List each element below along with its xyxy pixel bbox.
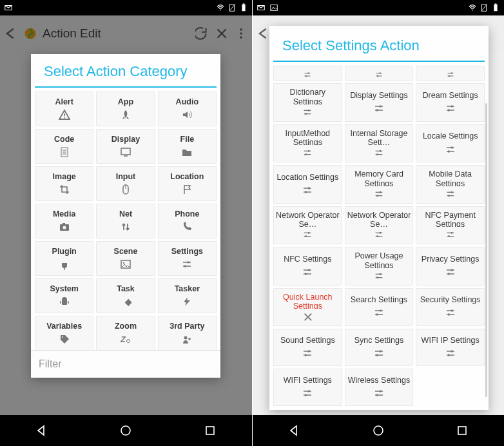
category-item[interactable]: App [96,92,155,126]
category-item[interactable]: Task [96,278,155,313]
action-item[interactable]: Privacy Settings [416,247,485,285]
action-item[interactable] [345,66,414,81]
sliders-icon [445,189,456,199]
action-item[interactable]: WIFI IP Settings [416,329,485,366]
item-label: Sync Settings [354,336,403,345]
crop-icon [59,184,70,195]
action-item[interactable]: Sound Settings [273,329,342,366]
action-item[interactable]: Power Usage Settings [345,247,414,285]
item-label: Wireless Settings [348,376,411,385]
action-item[interactable]: Internal Storage Sett… [345,124,414,162]
action-item[interactable]: Memory Card Settings [345,165,414,203]
no-sim-icon [480,3,489,12]
action-item[interactable]: Display Settings [345,83,414,121]
mail-icon [257,3,266,12]
item-label: Media [53,209,75,218]
item-label: Mobile Data Settings [418,170,483,186]
category-item[interactable]: Display [96,129,155,164]
action-item[interactable] [273,66,342,81]
category-item[interactable]: Plugin [35,241,93,276]
item-label: Location Settings [276,173,338,182]
item-label: WIFI Settings [284,376,332,385]
sliders-icon [302,387,313,399]
category-item[interactable]: Image [35,166,93,201]
nav-recents-icon[interactable] [203,423,217,438]
item-label: Display Settings [350,91,408,100]
category-item[interactable]: Zoom [96,316,155,350]
item-label: InputMethod Settings [275,129,340,145]
dialog-title: Select Settings Action [273,26,485,62]
doc-icon [59,146,70,158]
category-item[interactable]: Input [96,166,155,201]
bolt-icon [181,296,193,307]
nav-back-icon[interactable] [35,423,49,438]
action-item[interactable]: Security Settings [416,288,485,326]
zoom-icon [120,333,131,345]
sliders-icon [373,102,385,114]
wifi-icon [216,3,225,12]
category-item[interactable]: Alert [35,92,93,126]
item-label: Net [119,209,132,218]
nav-recents-icon[interactable] [455,423,469,438]
item-label: Network Operator Se… [275,211,340,227]
scrollbar[interactable] [485,103,487,397]
action-item[interactable]: Network Operator Se… [273,206,342,244]
item-label: Display [111,135,140,144]
action-item[interactable]: Sync Settings [345,329,414,366]
monitor-icon [120,146,131,158]
filter-input[interactable]: Filter [31,350,220,378]
category-item[interactable]: File [158,129,217,164]
action-item[interactable]: WIFI Settings [273,369,342,406]
nav-bar [0,415,252,446]
phone-right: A Select Settings Action Dictionary Sett… [252,0,504,446]
category-grid: AlertAppAudioCodeDisplayFileImageInputLo… [31,88,220,350]
category-item[interactable]: Audio [158,92,217,126]
action-item[interactable]: Wireless Settings [345,369,414,406]
action-item[interactable]: Location Settings [273,165,342,203]
category-item[interactable]: Variables [35,316,93,350]
sliders-icon [302,184,313,196]
group-icon [181,333,193,345]
action-item[interactable] [416,66,485,81]
photo-icon [269,3,278,12]
speaker-icon [181,109,193,121]
category-item[interactable]: System [35,278,93,313]
sliders-icon [445,229,456,240]
action-item[interactable]: Dream Settings [416,83,485,121]
item-label: Plugin [52,247,77,256]
nav-home-icon[interactable] [119,423,133,438]
category-item[interactable]: Tasker [158,278,217,313]
action-item[interactable]: Mobile Data Settings [416,165,485,203]
item-label: Sound Settings [280,336,335,345]
category-item[interactable]: Code [35,129,93,164]
item-label: Input [116,172,136,181]
sliders-icon [445,102,456,114]
action-item[interactable]: Locale Settings [416,124,485,162]
nav-home-icon[interactable] [371,423,385,438]
category-item[interactable]: Media [35,204,93,238]
action-item[interactable]: InputMethod Settings [273,124,342,162]
action-item[interactable]: NFC Settings [273,247,342,285]
item-label: Tasker [175,284,200,293]
nav-back-icon[interactable] [287,423,302,438]
back-icon[interactable] [257,26,271,41]
category-item[interactable]: Phone [158,204,217,238]
action-item[interactable]: Quick Launch Settings [273,288,342,326]
sliders-icon [302,266,313,278]
rocket-icon [120,109,131,121]
category-item[interactable]: Location [158,166,217,201]
sliders-icon [445,347,456,359]
item-label: Dream Settings [423,91,478,100]
action-item[interactable]: NFC Payment Settings [416,206,485,244]
android-icon [59,296,70,307]
action-item[interactable]: Network Operator Se… [345,206,414,244]
action-item[interactable]: Search Settings [345,288,414,326]
category-item[interactable]: Scene [96,241,155,276]
category-item[interactable]: Net [96,204,155,238]
settings-action-dialog: Select Settings Action Dictionary Settin… [269,26,489,410]
item-label: Scene [114,247,138,256]
category-item[interactable]: 3rd Party [158,316,217,350]
action-item[interactable]: Dictionary Settings [273,83,342,121]
sliders-icon [445,144,456,155]
category-item[interactable]: Settings [158,241,217,276]
